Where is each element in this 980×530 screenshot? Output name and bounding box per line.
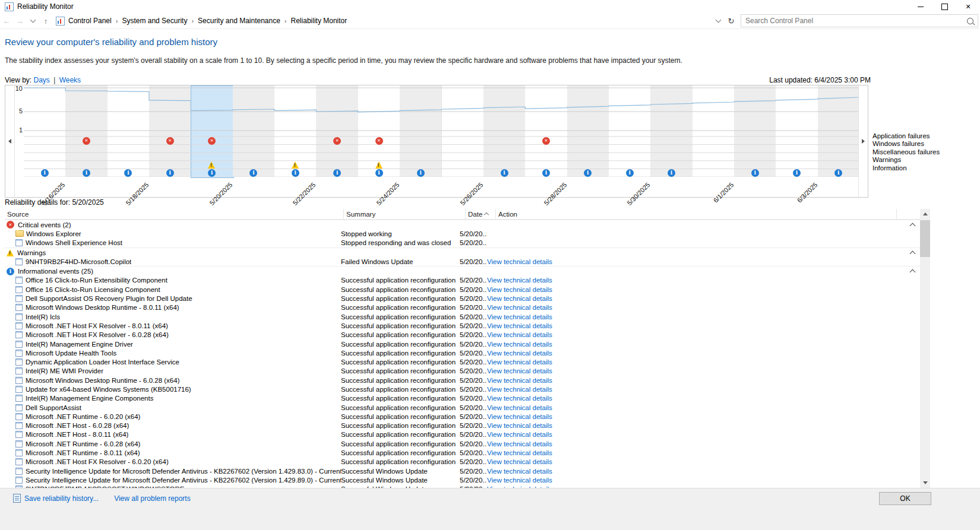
application-failure-icon[interactable] xyxy=(166,137,174,145)
save-reliability-history-link[interactable]: Save reliability history... xyxy=(24,494,99,503)
table-row[interactable]: Security Intelligence Update for Microso… xyxy=(5,466,920,475)
chart-day-column[interactable] xyxy=(24,85,66,177)
information-icon[interactable] xyxy=(501,169,508,177)
vertical-scrollbar[interactable] xyxy=(920,209,930,488)
chart-day-column[interactable] xyxy=(609,85,651,177)
table-row[interactable]: Microsoft .NET Host FX Resolver - 6.0.28… xyxy=(5,331,920,339)
information-icon[interactable] xyxy=(375,169,383,177)
chart-day-column[interactable] xyxy=(233,85,275,177)
search-box[interactable] xyxy=(741,14,978,27)
chart-day-column[interactable] xyxy=(693,85,735,177)
up-arrow-icon[interactable]: ↑ xyxy=(39,17,52,26)
view-technical-details-link[interactable]: View technical details xyxy=(487,295,552,302)
table-row[interactable]: Microsoft .NET Runtime - 6.0.28 (x64)Suc… xyxy=(5,439,920,448)
collapse-chevron-icon[interactable] xyxy=(910,269,916,275)
back-arrow-icon[interactable]: ← xyxy=(0,17,13,26)
warning-icon[interactable] xyxy=(208,161,215,169)
column-header-action[interactable]: Action xyxy=(496,209,897,219)
forward-arrow-icon[interactable]: → xyxy=(13,17,26,26)
collapse-chevron-icon[interactable] xyxy=(910,250,916,256)
breadcrumb-item[interactable]: Control Panel xyxy=(67,17,113,25)
view-technical-details-link[interactable]: View technical details xyxy=(487,367,552,375)
scrollbar-thumb[interactable] xyxy=(920,220,930,257)
table-row[interactable]: Microsoft .NET Host - 8.0.11 (x64)Succes… xyxy=(5,430,920,439)
view-technical-details-link[interactable]: View technical details xyxy=(487,350,552,357)
table-row[interactable]: Update for x64-based Windows Systems (KB… xyxy=(5,385,920,393)
application-failure-icon[interactable] xyxy=(542,137,550,145)
view-technical-details-link[interactable]: View technical details xyxy=(487,304,552,311)
breadcrumb-item[interactable]: Reliability Monitor xyxy=(290,17,349,25)
information-icon[interactable] xyxy=(292,169,299,177)
table-row[interactable]: Intel(R) IclsSuccessful application reco… xyxy=(5,312,920,321)
view-technical-details-link[interactable]: View technical details xyxy=(487,377,552,384)
chart-day-column[interactable] xyxy=(400,85,442,177)
table-row[interactable]: Dynamic Application Loader Host Interfac… xyxy=(5,357,920,366)
table-row[interactable]: Microsoft .NET Host - 6.0.28 (x64)Succes… xyxy=(5,421,920,430)
table-row[interactable]: Microsoft .NET Runtime - 8.0.11 (x64)Suc… xyxy=(5,448,920,457)
application-failure-icon[interactable] xyxy=(83,137,90,145)
information-icon[interactable] xyxy=(542,169,550,177)
chart-day-column[interactable] xyxy=(567,85,609,177)
information-icon[interactable] xyxy=(626,169,634,177)
table-row[interactable]: 9NHT9RB2F4HD-Microsoft.CopilotFailed Win… xyxy=(5,257,920,266)
application-failure-icon[interactable] xyxy=(375,137,383,145)
view-technical-details-link[interactable]: View technical details xyxy=(487,477,552,484)
table-row[interactable]: Dell SupportAssistSuccessful application… xyxy=(5,403,920,412)
search-input[interactable] xyxy=(744,16,967,26)
information-icon[interactable] xyxy=(584,169,592,177)
warning-icon[interactable] xyxy=(292,161,299,169)
breadcrumb-item[interactable]: System and Security xyxy=(121,17,188,25)
collapse-chevron-icon[interactable] xyxy=(910,223,916,228)
address-dropdown-chevron-icon[interactable] xyxy=(712,17,725,26)
view-technical-details-link[interactable]: View technical details xyxy=(487,431,552,438)
information-icon[interactable] xyxy=(333,169,341,177)
chart-day-column[interactable] xyxy=(818,85,860,177)
view-technical-details-link[interactable]: View technical details xyxy=(487,449,552,456)
group-header-row[interactable]: Warnings xyxy=(5,247,920,257)
table-row[interactable]: Security Intelligence Update for Microso… xyxy=(5,475,920,484)
chart-day-column[interactable] xyxy=(650,85,693,177)
view-by-weeks-link[interactable]: Weeks xyxy=(59,76,81,84)
table-row[interactable]: Microsoft .NET Host FX Resolver - 6.0.20… xyxy=(5,458,920,466)
chart-day-column[interactable] xyxy=(483,85,526,177)
chart-scroll-left-button[interactable] xyxy=(5,85,15,197)
chart-day-column[interactable] xyxy=(316,85,358,177)
view-technical-details-link[interactable]: View technical details xyxy=(487,404,552,411)
maximize-button[interactable] xyxy=(932,0,956,13)
group-header-row[interactable]: Informational events (25) xyxy=(5,266,920,275)
table-row[interactable]: Intel(R) ME WMI ProviderSuccessful appli… xyxy=(5,367,920,376)
view-by-days-link[interactable]: Days xyxy=(33,76,49,84)
chart-day-column[interactable] xyxy=(108,85,150,177)
warning-icon[interactable] xyxy=(375,161,382,169)
chart-scroll-right-button[interactable] xyxy=(858,85,868,197)
ok-button[interactable]: OK xyxy=(879,492,931,505)
recent-locations-chevron-icon[interactable] xyxy=(26,17,39,26)
view-all-problem-reports-link[interactable]: View all problem reports xyxy=(114,494,191,503)
chart-day-column[interactable] xyxy=(442,85,484,177)
table-row[interactable]: Windows Shell Experience HostStopped res… xyxy=(5,239,920,247)
information-icon[interactable] xyxy=(793,169,801,177)
information-icon[interactable] xyxy=(751,169,759,177)
view-technical-details-link[interactable]: View technical details xyxy=(487,458,552,465)
information-icon[interactable] xyxy=(83,169,90,177)
chart-day-column[interactable] xyxy=(65,85,108,177)
column-header-summary[interactable]: Summary xyxy=(344,209,466,219)
chart-day-column[interactable] xyxy=(525,85,567,177)
table-row[interactable]: Microsoft .NET Runtime - 6.0.20 (x64)Suc… xyxy=(5,412,920,421)
chart-day-column[interactable] xyxy=(776,85,818,177)
application-failure-icon[interactable] xyxy=(208,137,216,145)
table-row[interactable]: Dell SupportAssist OS Recovery Plugin fo… xyxy=(5,294,920,303)
view-technical-details-link[interactable]: View technical details xyxy=(487,440,552,448)
view-technical-details-link[interactable]: View technical details xyxy=(487,258,552,265)
table-row[interactable]: Microsoft Windows Desktop Runtime - 8.0.… xyxy=(5,303,920,312)
minimize-button[interactable] xyxy=(909,0,932,13)
view-technical-details-link[interactable]: View technical details xyxy=(487,413,552,420)
view-technical-details-link[interactable]: View technical details xyxy=(487,322,552,329)
information-icon[interactable] xyxy=(417,169,425,177)
column-header-date[interactable]: Date xyxy=(466,209,496,219)
chart-day-column[interactable] xyxy=(734,85,776,177)
view-technical-details-link[interactable]: View technical details xyxy=(487,277,552,284)
view-technical-details-link[interactable]: View technical details xyxy=(487,395,552,402)
group-header-row[interactable]: Critical events (2) xyxy=(5,220,920,229)
view-technical-details-link[interactable]: View technical details xyxy=(487,286,552,293)
